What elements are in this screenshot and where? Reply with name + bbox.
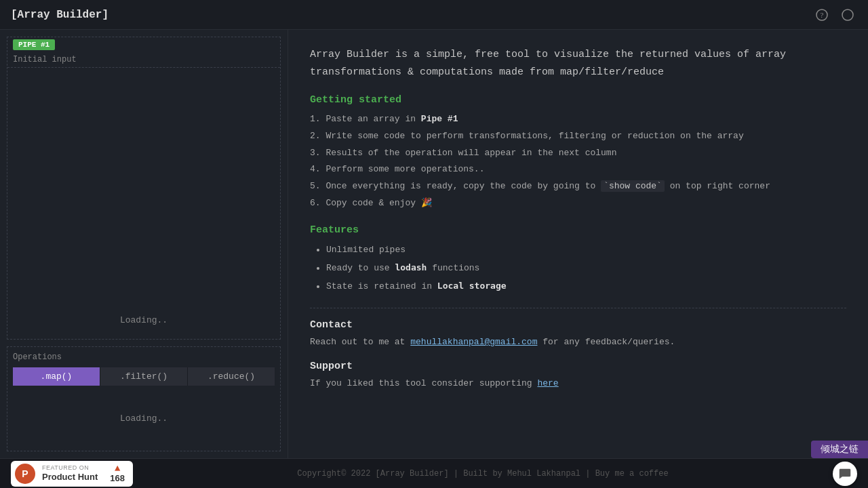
getting-started-heading: Getting started (310, 94, 846, 106)
op-loading: Loading.. (106, 400, 181, 437)
intro-content: Array Builder is a simple, free tool to … (310, 49, 786, 78)
watermark: 倾城之链 (811, 441, 868, 458)
map-button[interactable]: .map() (13, 367, 100, 386)
feature-3: State is retained in Local storage (326, 279, 846, 294)
contact-email[interactable]: mehullakhanpal@gmail.com (410, 337, 537, 347)
support-heading: Support (310, 361, 846, 372)
ph-featured: FEATURED ON (42, 464, 98, 472)
operations-section: Operations .map() .filter() .reduce() Lo… (7, 346, 281, 451)
chat-icon (838, 467, 852, 481)
circle-icon (842, 9, 854, 21)
help-button[interactable]: ? (812, 5, 831, 24)
pipe-label: Initial input (7, 52, 280, 68)
features-list: Unlimited pipes Ready to use lodash func… (310, 243, 846, 294)
steps-list: 1. Paste an array in Pipe #1 2. Write so… (310, 113, 846, 211)
operations-label: Operations (13, 352, 275, 362)
footer: P FEATURED ON Product Hunt ▲ 168 Copyrig… (0, 458, 868, 488)
divider (310, 308, 846, 308)
ph-text: FEATURED ON Product Hunt (42, 464, 98, 482)
pipe-header: PIPE #1 (7, 37, 280, 52)
contact-text: Reach out to me at mehullakhanpal@gmail.… (310, 335, 846, 350)
step-5: 5. Once everything is ready, copy the co… (310, 180, 846, 194)
ph-count: 168 (110, 473, 125, 483)
reduce-button[interactable]: .reduce() (188, 367, 275, 386)
ph-logo: P (15, 464, 35, 484)
pipe-badge: PIPE #1 (13, 39, 55, 50)
svg-text:?: ? (821, 11, 824, 19)
contact-heading: Contact (310, 319, 846, 331)
feature-2: Ready to use lodash functions (326, 260, 846, 276)
feature-1: Unlimited pipes (326, 243, 846, 258)
pipe-loading: Loading.. (7, 302, 280, 339)
step-4: 4. Perform some more operations.. (310, 163, 846, 177)
step-1: 1. Paste an array in Pipe #1 (310, 113, 846, 127)
footer-copyright: Copyright© 2022 [Array Builder] | Built … (297, 469, 668, 479)
support-link[interactable]: here (537, 378, 558, 388)
product-hunt-badge[interactable]: P FEATURED ON Product Hunt ▲ 168 (11, 461, 133, 487)
support-text: If you liked this tool consider supporti… (310, 376, 846, 391)
header-actions: ? (812, 5, 857, 24)
intro-text: Array Builder is a simple, free tool to … (310, 46, 846, 81)
circle-button[interactable] (838, 5, 857, 24)
step-2: 2. Write some code to perform transforma… (310, 129, 846, 144)
main-layout: PIPE #1 Initial input Loading.. Operatio… (0, 30, 868, 458)
app-title: [Array Builder] (11, 9, 108, 21)
header: [Array Builder] ? (0, 0, 868, 30)
chat-button[interactable] (833, 462, 857, 486)
step-6: 6. Copy code & enjoy 🎉 (310, 197, 846, 211)
ph-name: Product Hunt (42, 472, 98, 483)
ph-count-section: ▲ 168 (110, 464, 125, 483)
help-icon: ? (816, 9, 828, 21)
filter-button[interactable]: .filter() (100, 367, 188, 386)
features-heading: Features (310, 224, 846, 236)
right-panel: Array Builder is a simple, free tool to … (288, 30, 868, 458)
ph-logo-letter: P (22, 468, 28, 479)
ph-arrow-icon: ▲ (115, 464, 120, 473)
left-panel: PIPE #1 Initial input Loading.. Operatio… (0, 30, 288, 458)
pipe-1-section: PIPE #1 Initial input Loading.. (7, 37, 281, 340)
svg-point-2 (842, 9, 853, 20)
op-result-area: Loading.. (13, 391, 275, 445)
operation-buttons: .map() .filter() .reduce() (13, 367, 275, 386)
step-3: 3. Results of the operation will appear … (310, 146, 846, 161)
pipe-input[interactable] (7, 68, 280, 302)
